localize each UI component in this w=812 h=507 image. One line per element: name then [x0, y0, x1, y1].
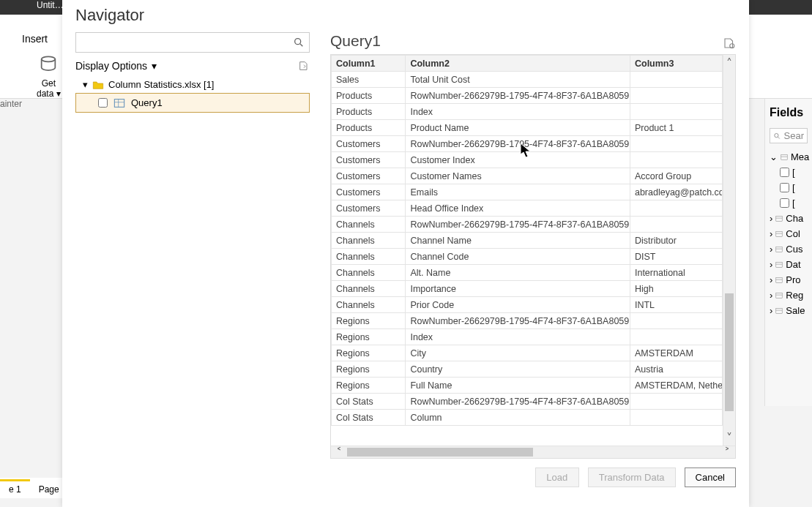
table-cell[interactable]: AMSTERDAM, Netherl: [630, 378, 722, 394]
page-tab-1[interactable]: e 1: [0, 479, 30, 497]
table-row[interactable]: Col StatsColumn: [332, 410, 723, 426]
get-data-button[interactable]: Get data ▾: [37, 55, 61, 99]
table-cell[interactable]: Customer Index: [406, 152, 630, 168]
table-cell[interactable]: Accord Group: [630, 168, 722, 184]
table-cell[interactable]: [630, 152, 722, 168]
table-cell[interactable]: [630, 136, 722, 152]
scroll-down-arrow[interactable]: ˅: [723, 429, 735, 446]
table-cell[interactable]: Col Stats: [332, 410, 406, 426]
table-cell[interactable]: Customers: [332, 136, 406, 152]
table-cell[interactable]: Customers: [332, 152, 406, 168]
table-cell[interactable]: Head Office Index: [406, 200, 630, 217]
fields-table-item[interactable]: ›Dat: [770, 257, 808, 272]
scroll-left-arrow[interactable]: ˂: [331, 446, 347, 458]
table-cell[interactable]: Regions: [332, 329, 406, 345]
fields-table-item[interactable]: ›Pro: [770, 272, 808, 288]
fields-table-item[interactable]: ›Reg: [770, 288, 808, 303]
table-row[interactable]: ChannelsAlt. NameInternational: [332, 265, 723, 281]
table-cell[interactable]: INTL: [630, 297, 722, 313]
table-row[interactable]: RegionsCountryAustria: [332, 361, 723, 378]
scroll-right-arrow[interactable]: ˃: [719, 446, 735, 458]
table-cell[interactable]: RowNumber-2662979B-1795-4F74-8F37-6A1BA8…: [406, 217, 630, 233]
table-cell[interactable]: [630, 200, 722, 217]
scroll-thumb[interactable]: [725, 293, 734, 412]
fields-search[interactable]: Sear: [770, 128, 808, 143]
table-cell[interactable]: Total Unit Cost: [406, 72, 630, 88]
field-checkbox[interactable]: [780, 198, 789, 208]
table-cell[interactable]: [630, 72, 722, 88]
collapse-icon[interactable]: ▾: [83, 79, 88, 90]
fields-table-item[interactable]: ⌄Mea: [770, 149, 808, 165]
scroll-track[interactable]: [347, 446, 719, 458]
table-row[interactable]: CustomersCustomer NamesAccord Group: [332, 168, 723, 184]
table-row[interactable]: SalesTotal Unit Cost: [332, 72, 723, 88]
tree-query-node[interactable]: Query1: [75, 93, 310, 113]
table-cell[interactable]: Regions: [332, 361, 406, 378]
table-cell[interactable]: High: [630, 281, 722, 297]
scroll-thumb[interactable]: [347, 448, 533, 457]
table-row[interactable]: ProductsIndex: [332, 104, 723, 120]
table-cell[interactable]: Importance: [406, 281, 630, 297]
ribbon-tab-insert[interactable]: Insert: [22, 33, 48, 45]
preview-options-icon[interactable]: [723, 37, 736, 50]
table-cell[interactable]: Prior Code: [406, 297, 630, 313]
table-cell[interactable]: Channels: [332, 265, 406, 281]
tree-file-node[interactable]: ▾ Column Statistics.xlsx [1]: [75, 76, 310, 93]
cancel-button[interactable]: Cancel: [685, 467, 736, 487]
table-cell[interactable]: Channels: [332, 297, 406, 313]
navigator-search-input[interactable]: [81, 37, 293, 48]
search-icon[interactable]: [293, 37, 305, 48]
table-cell[interactable]: Sales: [332, 72, 406, 88]
table-cell[interactable]: [630, 217, 722, 233]
table-row[interactable]: ChannelsChannel CodeDIST: [332, 249, 723, 265]
fields-table-item[interactable]: ›Cus: [770, 241, 808, 257]
table-cell[interactable]: Customers: [332, 184, 406, 200]
table-cell[interactable]: Customers: [332, 200, 406, 217]
tree-item-checkbox[interactable]: [98, 98, 108, 108]
table-cell[interactable]: Column: [406, 410, 630, 426]
table-row[interactable]: ChannelsPrior CodeINTL: [332, 297, 723, 313]
table-cell[interactable]: RowNumber-2662979B-1795-4F74-8F37-6A1BA8…: [406, 313, 630, 329]
fields-table-item[interactable]: ›Col: [770, 226, 808, 241]
display-options-dropdown[interactable]: Display Options ▾: [75, 60, 157, 72]
table-cell[interactable]: Alt. Name: [406, 265, 630, 281]
table-row[interactable]: ChannelsImportanceHigh: [332, 281, 723, 297]
table-row[interactable]: ChannelsChannel NameDistributor: [332, 233, 723, 249]
table-cell[interactable]: RowNumber-2662979B-1795-4F74-8F37-6A1BA8…: [406, 88, 630, 104]
table-cell[interactable]: RowNumber-2662979B-1795-4F74-8F37-6A1BA8…: [406, 394, 630, 410]
table-cell[interactable]: [630, 313, 722, 329]
table-cell[interactable]: Products: [332, 88, 406, 104]
table-row[interactable]: RegionsIndex: [332, 329, 723, 345]
field-checkbox[interactable]: [780, 183, 789, 192]
table-cell[interactable]: Austria: [630, 361, 722, 378]
table-cell[interactable]: Full Name: [406, 378, 630, 394]
table-cell[interactable]: [630, 104, 722, 120]
table-row[interactable]: RegionsCityAMSTERDAM: [332, 345, 723, 361]
table-row[interactable]: RegionsRowNumber-2662979B-1795-4F74-8F37…: [332, 313, 723, 329]
column-header[interactable]: Column2: [406, 56, 630, 72]
table-cell[interactable]: Emails: [406, 184, 630, 200]
table-cell[interactable]: Channel Code: [406, 249, 630, 265]
column-header[interactable]: Column1: [332, 56, 406, 72]
table-cell[interactable]: Product Name: [406, 120, 630, 136]
fields-measure-item[interactable]: [: [770, 165, 808, 180]
preview-table[interactable]: Column1Column2Column3 SalesTotal Unit Co…: [331, 55, 723, 446]
table-cell[interactable]: AMSTERDAM: [630, 345, 722, 361]
fields-table-item[interactable]: ›Cha: [770, 211, 808, 226]
table-cell[interactable]: [630, 394, 722, 410]
table-cell[interactable]: Channels: [332, 249, 406, 265]
table-row[interactable]: ChannelsRowNumber-2662979B-1795-4F74-8F3…: [332, 217, 723, 233]
scroll-track[interactable]: [723, 71, 735, 429]
table-cell[interactable]: Channels: [332, 233, 406, 249]
table-cell[interactable]: RowNumber-2662979B-1795-4F74-8F37-6A1BA8…: [406, 136, 630, 152]
table-cell[interactable]: Channels: [332, 281, 406, 297]
table-cell[interactable]: Regions: [332, 313, 406, 329]
table-cell[interactable]: DIST: [630, 249, 722, 265]
load-button[interactable]: Load: [535, 467, 579, 487]
table-cell[interactable]: Customer Names: [406, 168, 630, 184]
fields-measure-item[interactable]: [: [770, 180, 808, 195]
table-row[interactable]: CustomersEmailsabradleyag@patch.com: [332, 184, 723, 200]
table-cell[interactable]: Customers: [332, 168, 406, 184]
table-row[interactable]: Col StatsRowNumber-2662979B-1795-4F74-8F…: [332, 394, 723, 410]
table-cell[interactable]: Product 1: [630, 120, 722, 136]
